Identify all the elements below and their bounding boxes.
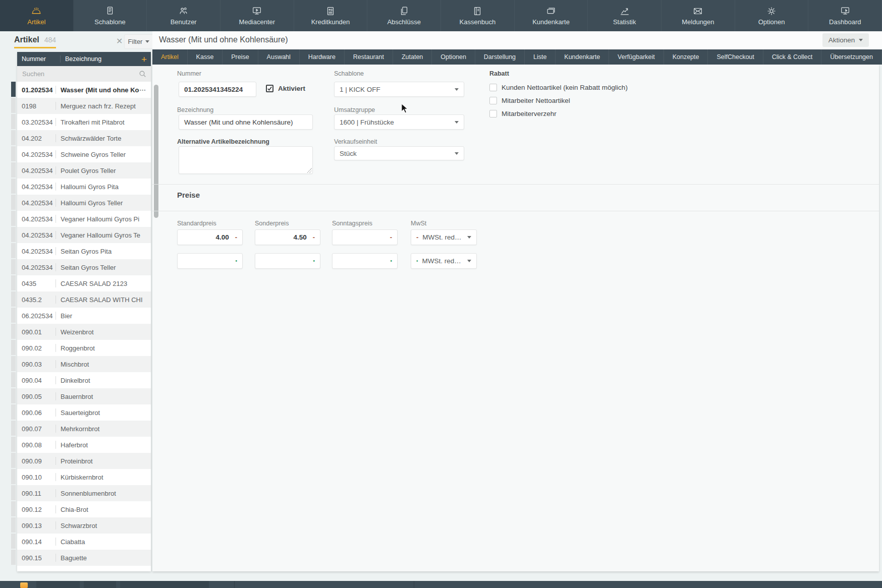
row-name: Kürbiskernbrot <box>56 474 151 481</box>
bezeichnung-field[interactable]: Wasser (Mit und ohne Kohlensäure) <box>179 114 313 130</box>
row-number: 090.11 <box>17 490 56 497</box>
filter-dropdown[interactable]: Filter <box>124 34 153 49</box>
article-list-row[interactable]: 03.202534 Tirokafteri mit Pitabrot <box>11 114 151 130</box>
vertical-scrollbar[interactable] <box>154 85 158 218</box>
tab-konzepte[interactable]: Konzepte <box>664 49 708 65</box>
tab-liste[interactable]: Liste <box>525 49 556 65</box>
article-list-row[interactable]: 090.15 Baguette <box>11 550 151 566</box>
nav-item-label: Kreditkunden <box>311 18 350 26</box>
article-list-row[interactable]: 04.202534 Poulet Gyros Teller <box>11 162 151 179</box>
umsatzgruppe-label: Umsatzgruppe <box>334 106 375 113</box>
tab-zutaten[interactable]: Zutaten <box>393 49 432 65</box>
chevron-down-icon <box>455 88 459 91</box>
article-list-row[interactable]: 04.202534 Veganer Halloumi Gyros Te <box>11 227 151 243</box>
rabatt-checkbox[interactable] <box>489 110 497 117</box>
taskbar-segment[interactable] <box>84 581 116 588</box>
tab-darstellung[interactable]: Darstellung <box>475 49 525 65</box>
tab-auswahl[interactable]: Auswahl <box>258 49 300 65</box>
article-list-row[interactable]: 090.14 Ciabatta <box>11 534 151 550</box>
article-list-row[interactable]: 0198 Merguez nach frz. Rezept <box>11 98 151 114</box>
mwst-marker-icon: - <box>416 233 418 241</box>
close-icon[interactable]: ✕ <box>116 36 123 46</box>
nav-item-mediacenter[interactable]: Mediacenter <box>220 0 294 31</box>
tab-artikel[interactable]: Artikel <box>152 49 188 65</box>
tab-click-collect[interactable]: Click & Collect <box>763 49 821 65</box>
article-list-row[interactable]: 090.06 Sauerteigbrot <box>11 404 151 421</box>
article-list-row[interactable]: 06.202534 Bier <box>11 308 151 324</box>
standardpreis-field-2[interactable]: • <box>177 253 243 269</box>
article-list-row[interactable]: 090.10 Kürbiskernbrot <box>11 469 151 485</box>
article-list-row[interactable]: 01.202534 Wasser (Mit und ohne Koh ⋯ <box>11 82 151 98</box>
article-list-row[interactable]: 04.202534 Halloumi Gyros Teller <box>11 195 151 211</box>
verkaufseinheit-select[interactable]: Stück <box>334 146 464 160</box>
standardpreis-field[interactable]: 4.00 - <box>177 229 243 245</box>
article-list-row[interactable]: 090.01 Weizenbrot <box>11 324 151 340</box>
tab-kasse[interactable]: Kasse <box>188 49 223 65</box>
column-header-name[interactable]: Bezeichnung <box>61 55 141 63</box>
nav-item-kundenkarte[interactable]: Kundenkarte <box>515 0 588 31</box>
article-list-row[interactable]: 04.202534 Halloumi Gyros Pita <box>11 179 151 195</box>
add-article-button[interactable]: + <box>141 54 151 64</box>
actions-button[interactable]: Aktionen <box>822 33 869 47</box>
mwst-select[interactable]: - MWSt. reduzi... <box>411 229 477 245</box>
app-taskbar-icon[interactable] <box>20 582 28 588</box>
tab-hardware[interactable]: Hardware <box>300 49 345 65</box>
nav-item-benutzer[interactable]: Benutzer <box>147 0 220 31</box>
article-list-row[interactable]: 04.202534 Seitan Gyros Teller <box>11 259 151 275</box>
tab-optionen[interactable]: Optionen <box>432 49 475 65</box>
article-list-row[interactable]: 04.202 Schwärzwälder Torte <box>11 130 151 146</box>
sonntagspreis-field-2[interactable]: • <box>332 253 398 269</box>
tab--bersetzungen[interactable]: Übersetzungen <box>821 49 882 65</box>
rabatt-checkbox[interactable] <box>489 97 497 104</box>
nav-item-artikel[interactable]: Artikel <box>0 0 74 31</box>
column-header-number[interactable]: Nummer <box>17 55 60 63</box>
article-list-row[interactable]: 090.11 Sonnenblumenbrot <box>11 485 151 501</box>
nav-item-optionen[interactable]: Optionen <box>735 0 809 31</box>
row-name: Veganer Halloumi Gyros Pi <box>56 215 151 223</box>
nav-item-kreditkunden[interactable]: Kreditkunden <box>294 0 368 31</box>
aktiviert-checkbox[interactable] <box>266 85 273 92</box>
taskbar-segment[interactable] <box>36 581 80 588</box>
nav-item-meldungen[interactable]: Meldungen <box>662 0 735 31</box>
nav-item-kassenbuch[interactable]: Kassenbuch <box>441 0 515 31</box>
article-list-row[interactable]: 090.03 Mischbrot <box>11 356 151 372</box>
article-list-row[interactable]: 090.02 Roggenbrot <box>11 340 151 356</box>
tab-restaurant[interactable]: Restaurant <box>345 49 393 65</box>
id-card-icon <box>325 6 336 17</box>
article-list-row[interactable]: 04.202534 Veganer Halloumi Gyros Pi <box>11 211 151 227</box>
nummer-field[interactable]: 01.2025341345224 <box>179 82 256 97</box>
article-list-row[interactable]: 04.202534 Seitan Gyros Pita <box>11 243 151 259</box>
tab-preise[interactable]: Preise <box>223 49 258 65</box>
resize-handle-icon[interactable] <box>307 168 312 173</box>
article-list-row[interactable]: 090.13 Schwarzbrot <box>11 517 151 534</box>
taskbar-segment[interactable] <box>120 581 209 588</box>
search-input[interactable]: Suchen <box>17 66 151 82</box>
tab-selfcheckout[interactable]: SelfCheckout <box>708 49 763 65</box>
schablone-select[interactable]: 1 | KICK OFF <box>334 82 464 97</box>
row-number: 0435 <box>17 280 56 287</box>
row-more-icon[interactable]: ⋯ <box>139 86 151 94</box>
tab-verf-gbarkeit[interactable]: Verfügbarkeit <box>609 49 664 65</box>
article-list-row[interactable]: 090.12 Chia-Brot <box>11 501 151 517</box>
nav-item-schablone[interactable]: Schablone <box>74 0 147 31</box>
article-list-row[interactable]: 090.09 Proteinbrot <box>11 453 151 469</box>
alt-bezeichnung-textarea[interactable] <box>179 146 313 174</box>
row-selection-indicator <box>11 130 16 146</box>
article-list-row[interactable]: 04.202534 Schweine Gyros Teller <box>11 146 151 162</box>
sonderpreis-field[interactable]: 4.50 - <box>255 229 320 245</box>
sonntagspreis-field[interactable]: - <box>332 229 398 245</box>
article-list-row[interactable]: 090.04 Dinkelbrot <box>11 372 151 388</box>
nav-item-dashboard[interactable]: Dashboard <box>808 0 882 31</box>
article-list-row[interactable]: 090.05 Bauernbrot <box>11 388 151 404</box>
article-list-row[interactable]: 0435.2 CAESAR SALAD WITH CHI <box>11 291 151 308</box>
sonderpreis-field-2[interactable]: • <box>255 253 320 269</box>
umsatzgruppe-select[interactable]: 1600 | Frühstücke <box>334 114 464 130</box>
rabatt-checkbox[interactable] <box>489 84 497 91</box>
tab-kundenkarte[interactable]: Kundenkarte <box>556 49 609 65</box>
article-list-row[interactable]: 090.07 Mehrkornbrot <box>11 421 151 437</box>
article-list-row[interactable]: 090.08 Haferbrot <box>11 437 151 453</box>
nav-item-statistik[interactable]: Statistik <box>588 0 662 31</box>
mwst-select-2[interactable]: • MWSt. reduzi... <box>411 253 477 269</box>
article-list-row[interactable]: 0435 CAESAR SALAD 2123 <box>11 275 151 291</box>
nav-item-abschlüsse[interactable]: Abschlüsse <box>367 0 441 31</box>
